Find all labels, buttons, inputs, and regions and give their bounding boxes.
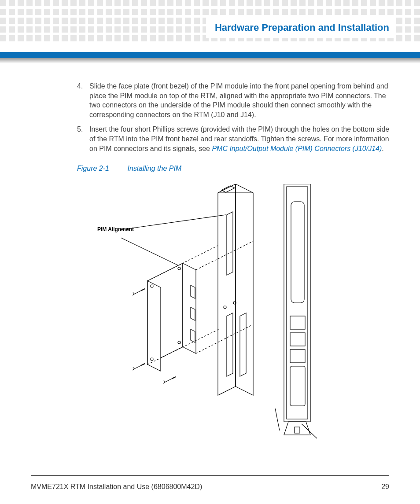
step-text: Insert the four short Phillips screws (p… (89, 125, 390, 153)
svg-rect-4 (290, 333, 305, 346)
cross-reference-link[interactable]: PMC Input/Output Module (PIM) Connectors… (212, 145, 382, 152)
svg-rect-5 (290, 349, 305, 363)
figure-title: Installing the PIM (127, 165, 181, 172)
footer-page-number: 29 (381, 483, 389, 491)
svg-rect-6 (290, 366, 305, 406)
step-number: 5. (77, 125, 89, 153)
page-content: 4. Slide the face plate (front bezel) of… (77, 81, 390, 439)
header-blue-bar (0, 52, 420, 58)
svg-rect-2 (291, 202, 304, 303)
step-number: 4. (77, 81, 89, 119)
svg-point-0 (224, 306, 226, 309)
chapter-title: Hardware Preparation and Installation (206, 18, 394, 38)
svg-point-10 (178, 341, 181, 344)
pim-installation-diagram (121, 184, 368, 439)
step-text-after: . (382, 145, 383, 152)
step-5: 5. Insert the four short Phillips screws… (77, 125, 390, 153)
figure-illustration: PIM Alignment (77, 184, 390, 439)
step-4: 4. Slide the face plate (front bezel) of… (77, 81, 390, 119)
page-footer: MVME721X RTM Installation and Use (68068… (31, 483, 389, 491)
footer-doc-title: MVME721X RTM Installation and Use (68068… (31, 483, 202, 491)
svg-rect-3 (290, 316, 305, 329)
figure-number: Figure 2-1 (77, 165, 125, 173)
svg-point-9 (178, 267, 181, 270)
figure-caption: Figure 2-1 Installing the PIM (77, 165, 390, 173)
header-shadow (0, 58, 420, 63)
footer-rule (31, 475, 389, 476)
figure-callout-pim-alignment: PIM Alignment (97, 226, 134, 232)
step-text: Slide the face plate (front bezel) of th… (89, 81, 390, 119)
